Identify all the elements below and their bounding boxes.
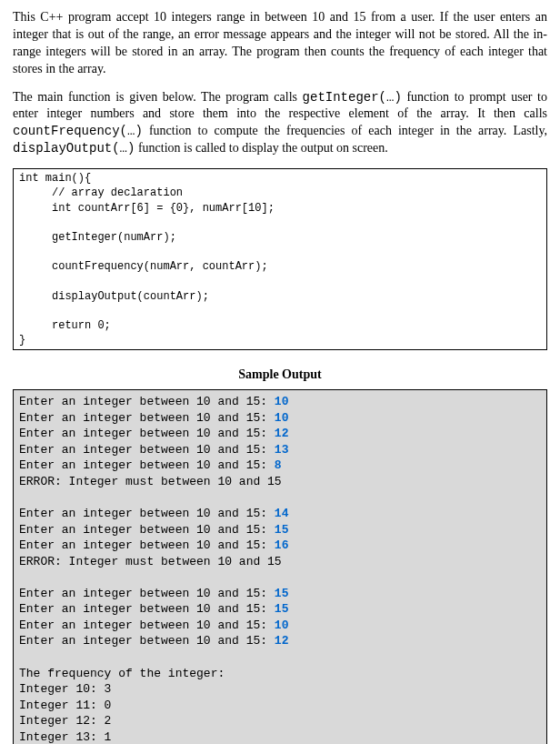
main-function-code-box: int main(){ // array declaration int cou… — [13, 168, 547, 350]
sample-output-box: Enter an integer between 10 and 15: 10 E… — [13, 389, 547, 744]
intro-paragraph-1: This C++ program accept 10 integers rang… — [13, 9, 547, 78]
p2-text-e: function to compute the frequencies of e… — [143, 124, 547, 137]
intro-paragraph-2: The main function is given below. The pr… — [13, 89, 547, 158]
code-inline-countfrequency: countFrequency(…) — [13, 124, 143, 138]
code-inline-getinteger: getInteger(…) — [303, 90, 402, 105]
p2-text-a: The main function is given below. The pr… — [13, 90, 303, 104]
sample-output-heading: Sample Output — [13, 367, 547, 384]
code-inline-displayoutput: displayOutput(…) — [13, 141, 135, 156]
p2-text-g: function is called to display the output… — [135, 141, 387, 155]
